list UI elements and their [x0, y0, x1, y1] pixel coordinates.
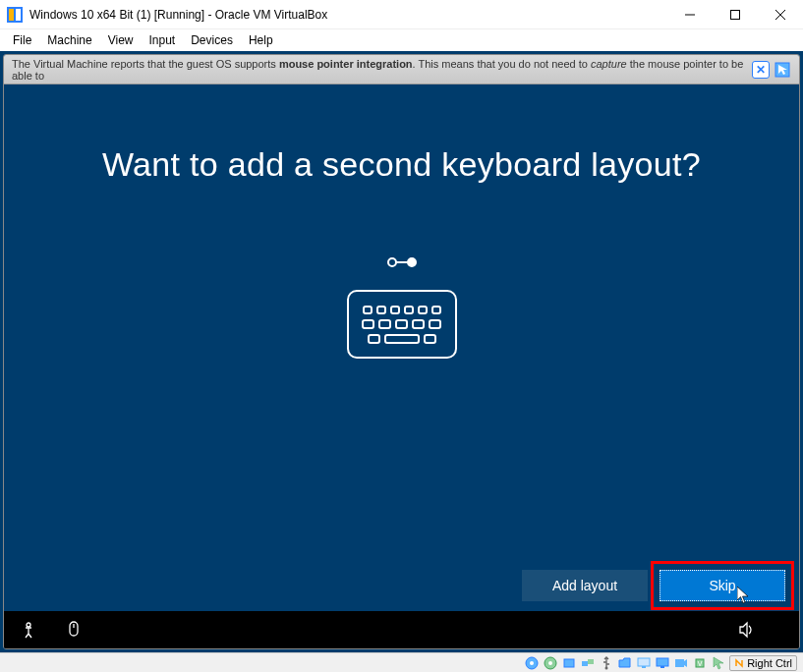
menu-help[interactable]: Help — [242, 31, 280, 49]
status-shared-folder-icon[interactable] — [617, 655, 633, 671]
svg-rect-23 — [642, 666, 646, 668]
menu-view[interactable]: View — [101, 31, 141, 49]
notification-cursor-icon[interactable] — [774, 61, 791, 79]
notification-text: The Virtual Machine reports that the gue… — [12, 58, 752, 82]
svg-rect-19 — [582, 661, 588, 666]
status-display-icon-2[interactable] — [655, 655, 670, 671]
status-audio-icon[interactable] — [561, 655, 577, 671]
status-network-icon[interactable] — [580, 655, 596, 671]
menubar: File Machine View Input Devices Help — [0, 29, 803, 51]
svg-rect-20 — [588, 659, 594, 664]
host-key-label: Right Ctrl — [747, 657, 792, 669]
system-bar — [4, 611, 799, 648]
add-layout-button[interactable]: Add layout — [522, 570, 648, 601]
svg-rect-18 — [564, 659, 574, 667]
status-chip-icon[interactable]: V — [692, 655, 708, 671]
status-hdd-icon[interactable] — [543, 655, 558, 671]
input-method-icon[interactable] — [65, 621, 83, 639]
keyboard-illustration-icon — [347, 290, 457, 359]
virtualbox-statusbar: V Right Ctrl — [0, 652, 803, 672]
status-usb-icon[interactable] — [599, 655, 614, 671]
close-button[interactable] — [758, 0, 803, 28]
notif-text-1: The Virtual Machine reports that the gue… — [12, 58, 279, 70]
svg-point-11 — [27, 623, 30, 627]
skip-button[interactable]: Skip — [660, 570, 785, 601]
status-recording-icon[interactable] — [673, 655, 689, 671]
svg-point-17 — [548, 661, 552, 665]
oobe-screen: Want to add a second keyboard layout? — [4, 84, 799, 648]
svg-rect-22 — [638, 658, 650, 666]
minimize-button[interactable] — [667, 0, 713, 28]
window-controls — [667, 0, 803, 28]
host-key-indicator[interactable]: Right Ctrl — [729, 655, 797, 671]
virtualbox-logo-icon — [7, 7, 23, 23]
ease-of-access-icon[interactable] — [20, 621, 37, 639]
notification-close-icon[interactable]: ✕ — [752, 61, 770, 79]
svg-rect-26 — [675, 659, 684, 667]
menu-file[interactable]: File — [6, 31, 38, 49]
vm-content-area: The Virtual Machine reports that the gue… — [0, 51, 803, 652]
volume-icon[interactable] — [738, 621, 756, 639]
svg-rect-24 — [657, 658, 668, 666]
notif-text-italic: capture — [591, 58, 627, 70]
status-disc-icon[interactable] — [524, 655, 540, 671]
oobe-button-row: Add layout Skip — [522, 570, 785, 601]
notif-text-bold: mouse pointer integration — [279, 58, 413, 70]
svg-rect-2 — [16, 9, 21, 21]
skip-button-label: Skip — [709, 578, 735, 593]
svg-rect-25 — [660, 666, 664, 668]
menu-devices[interactable]: Devices — [184, 31, 240, 49]
maximize-button[interactable] — [713, 0, 758, 28]
status-mouse-icon[interactable] — [711, 655, 726, 671]
status-display-icon-1[interactable] — [636, 655, 652, 671]
svg-rect-4 — [731, 10, 740, 19]
titlebar: Windows 10 x64 Bit (1) [Running] - Oracl… — [0, 0, 803, 29]
svg-point-8 — [388, 258, 396, 266]
oobe-heading: Want to add a second keyboard layout? — [102, 145, 701, 184]
svg-rect-1 — [9, 9, 14, 21]
notif-text-2: . This means that you do not need to — [413, 58, 591, 70]
svg-point-15 — [530, 661, 534, 665]
menu-input[interactable]: Input — [143, 31, 183, 49]
menu-machine[interactable]: Machine — [40, 31, 98, 49]
svg-text:V: V — [698, 660, 703, 667]
svg-point-9 — [408, 258, 416, 266]
notification-bar: The Virtual Machine reports that the gue… — [4, 55, 799, 84]
window-title: Windows 10 x64 Bit (1) [Running] - Oracl… — [29, 8, 667, 22]
cursor-icon — [737, 587, 749, 604]
svg-point-21 — [605, 666, 608, 669]
